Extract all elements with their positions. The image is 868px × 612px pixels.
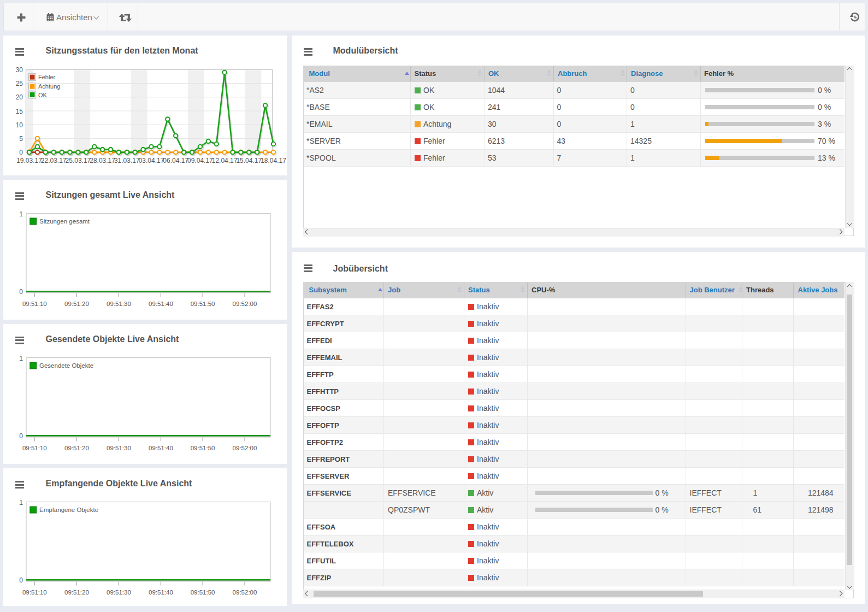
svg-text:09:52:00: 09:52:00 [232, 589, 257, 596]
svg-text:15: 15 [15, 107, 23, 115]
svg-text:09:51:20: 09:51:20 [64, 301, 89, 307]
svg-text:OK: OK [38, 91, 48, 98]
svg-text:Empfangene Objekte: Empfangene Objekte [39, 507, 98, 513]
svg-text:Sitzungen gesamt: Sitzungen gesamt [39, 218, 90, 225]
svg-text:09:51:10: 09:51:10 [22, 301, 46, 307]
svg-text:09:51:50: 09:51:50 [190, 589, 215, 596]
svg-text:09:51:10: 09:51:10 [22, 445, 46, 451]
svg-text:0: 0 [19, 149, 23, 156]
svg-text:22.03.17: 22.03.17 [40, 156, 66, 164]
svg-text:09.04.17: 09.04.17 [187, 156, 213, 164]
svg-text:09:52:00: 09:52:00 [232, 301, 257, 307]
svg-text:09:51:30: 09:51:30 [107, 589, 131, 596]
svg-text:Gesendete Objekte: Gesendete Objekte [39, 362, 93, 369]
svg-text:30: 30 [15, 66, 23, 73]
svg-text:09:51:10: 09:51:10 [22, 589, 46, 596]
svg-text:09:51:40: 09:51:40 [149, 445, 173, 451]
svg-text:25: 25 [15, 80, 23, 87]
svg-text:Achtung: Achtung [38, 83, 60, 90]
svg-text:09:51:20: 09:51:20 [64, 589, 89, 596]
svg-text:28.03.17: 28.03.17 [90, 156, 115, 164]
svg-text:09:52:00: 09:52:00 [232, 445, 257, 451]
svg-text:03.04.17: 03.04.17 [138, 156, 164, 164]
svg-text:09:51:50: 09:51:50 [190, 445, 215, 451]
svg-text:09:51:40: 09:51:40 [149, 589, 173, 596]
svg-text:09:51:30: 09:51:30 [107, 301, 131, 307]
svg-text:1: 1 [19, 210, 23, 217]
svg-text:10: 10 [15, 121, 23, 128]
svg-text:0: 0 [19, 288, 23, 296]
svg-text:12.04.17: 12.04.17 [211, 156, 237, 164]
svg-text:09:51:40: 09:51:40 [149, 301, 173, 307]
svg-text:19.03.17: 19.03.17 [16, 156, 42, 164]
svg-text:09:51:30: 09:51:30 [107, 445, 131, 451]
svg-text:1: 1 [19, 499, 23, 507]
svg-text:09:51:50: 09:51:50 [190, 301, 215, 307]
svg-text:Fehler: Fehler [38, 74, 56, 80]
svg-text:09:51:20: 09:51:20 [64, 445, 89, 451]
svg-text:15.04.17: 15.04.17 [236, 156, 262, 164]
svg-text:0: 0 [19, 432, 23, 440]
svg-text:0: 0 [19, 576, 23, 584]
svg-text:25.03.17: 25.03.17 [65, 156, 91, 164]
svg-text:06.04.17: 06.04.17 [163, 156, 188, 164]
svg-text:18.04.17: 18.04.17 [261, 156, 286, 164]
svg-text:31.03.17: 31.03.17 [114, 156, 139, 164]
svg-text:5: 5 [19, 134, 23, 142]
svg-text:20: 20 [15, 93, 23, 101]
svg-text:1: 1 [19, 354, 23, 362]
